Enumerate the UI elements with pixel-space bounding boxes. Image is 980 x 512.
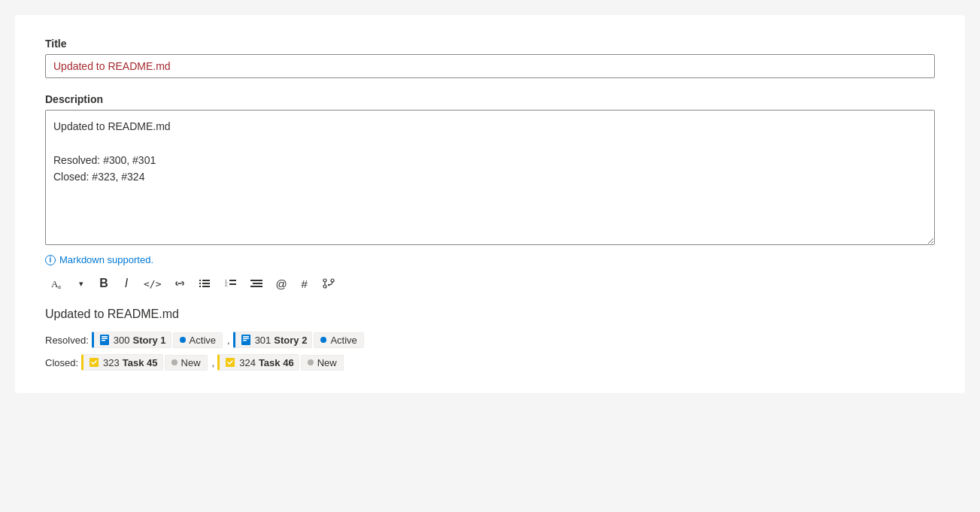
svg-rect-20 — [102, 338, 108, 340]
wi-name-323: Task 45 — [123, 357, 158, 368]
svg-rect-11 — [229, 283, 236, 285]
svg-rect-9 — [229, 280, 236, 281]
description-toolbar: A a ▾ B I </> 1. — [45, 273, 935, 294]
wi-number-323: 323 — [103, 357, 120, 368]
svg-point-17 — [323, 285, 326, 288]
wi-number-324: 324 — [239, 357, 256, 368]
wi-number-300: 300 — [114, 335, 130, 346]
status-dot-324 — [308, 359, 314, 365]
preview-title: Updated to README.md — [45, 308, 935, 321]
info-icon: i — [45, 255, 56, 265]
status-dot-300 — [180, 337, 186, 343]
description-label: Description — [45, 93, 935, 105]
svg-rect-14 — [250, 286, 262, 287]
closed-row: Closed: 323 Task 45 New , — [45, 354, 935, 371]
svg-rect-25 — [243, 340, 247, 341]
resolved-label: Resolved: — [45, 335, 89, 346]
svg-rect-5 — [202, 283, 210, 284]
format-chevron-button[interactable]: ▾ — [71, 273, 92, 294]
task-icon-323 — [88, 356, 100, 368]
resolved-row: Resolved: 300 Story 1 Active — [45, 332, 935, 348]
wi-name-301: Story 2 — [274, 335, 307, 346]
wi-chip-323[interactable]: 323 Task 45 — [81, 354, 162, 371]
indent-list-button[interactable] — [244, 273, 269, 294]
title-input[interactable] — [45, 54, 935, 78]
story-icon-301 — [240, 334, 252, 346]
description-section: Description Updated to README.md Resolve… — [45, 93, 935, 248]
status-badge-324: New — [301, 355, 344, 371]
status-text-324: New — [317, 357, 337, 368]
svg-point-16 — [331, 279, 334, 282]
code-button[interactable]: </> — [138, 273, 166, 294]
ordered-list-button[interactable]: 1. 2. — [219, 273, 243, 294]
markdown-hint-text: Markdown supported. — [59, 254, 153, 265]
title-label: Title — [45, 38, 935, 50]
wi-name-300: Story 1 — [133, 335, 166, 346]
closed-label: Closed: — [45, 357, 78, 368]
separator-1: , — [227, 335, 230, 346]
wi-chip-324[interactable]: 324 Task 46 — [217, 354, 299, 371]
status-dot-301 — [320, 337, 326, 343]
wi-number-301: 301 — [255, 335, 272, 346]
hash-button[interactable]: # — [294, 273, 315, 294]
svg-text:a: a — [58, 283, 61, 290]
bold-button[interactable]: B — [93, 273, 114, 294]
svg-rect-3 — [202, 280, 210, 281]
description-textarea[interactable]: Updated to README.md Resolved: #300, #30… — [45, 110, 935, 245]
markdown-hint: i Markdown supported. — [45, 254, 935, 265]
wi-name-324: Task 46 — [259, 357, 294, 368]
link-button[interactable] — [168, 273, 192, 294]
svg-rect-21 — [102, 340, 105, 341]
status-badge-323: New — [165, 355, 208, 371]
status-text-323: New — [181, 357, 201, 368]
svg-rect-12 — [250, 280, 262, 281]
status-text-300: Active — [190, 335, 216, 346]
svg-rect-13 — [253, 283, 262, 284]
work-items-section: Resolved: 300 Story 1 Active — [45, 332, 935, 371]
story-icon-300 — [99, 334, 111, 346]
status-dot-323 — [171, 359, 177, 365]
italic-button[interactable]: I — [116, 273, 137, 294]
wi-chip-300[interactable]: 300 Story 1 — [92, 332, 171, 348]
main-container: Title Description Updated to README.md R… — [15, 15, 965, 393]
task-icon-324 — [224, 356, 236, 368]
mention-button[interactable]: @ — [270, 273, 292, 294]
separator-2: , — [212, 357, 215, 368]
svg-rect-24 — [243, 338, 249, 340]
svg-rect-6 — [199, 286, 201, 287]
svg-point-15 — [323, 279, 326, 282]
status-text-301: Active — [330, 335, 357, 346]
svg-text:2.: 2. — [225, 283, 228, 287]
format-button[interactable]: A a — [45, 273, 69, 294]
svg-rect-19 — [102, 336, 108, 338]
status-badge-301: Active — [314, 332, 363, 348]
svg-rect-23 — [243, 336, 249, 338]
svg-rect-7 — [202, 286, 210, 287]
unordered-list-button[interactable] — [193, 273, 217, 294]
svg-rect-2 — [199, 280, 201, 281]
wi-chip-301[interactable]: 301 Story 2 — [233, 332, 313, 348]
svg-rect-4 — [199, 283, 201, 284]
status-badge-300: Active — [173, 332, 223, 348]
pr-button[interactable] — [317, 273, 341, 294]
